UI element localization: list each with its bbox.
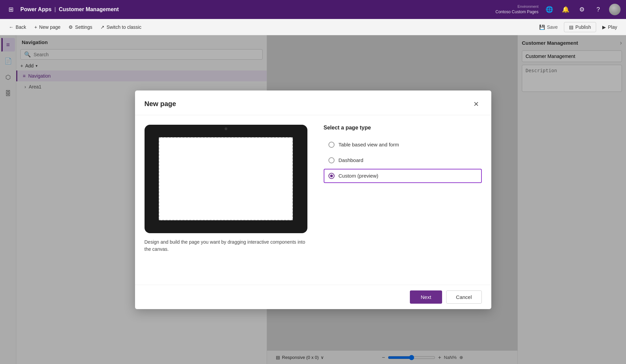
tablet-preview	[145, 125, 307, 233]
settings-icon-button[interactable]: ⚙	[576, 4, 587, 15]
help-icon-button[interactable]: ?	[593, 4, 604, 15]
app-separator: |	[54, 6, 56, 12]
play-button[interactable]: ▶ Play	[599, 22, 621, 32]
new-page-modal: New page ✕ Design and build the page you…	[135, 90, 491, 309]
radio-option-table[interactable]: Table based view and form	[324, 138, 482, 152]
grid-icon: ⊞	[8, 6, 14, 13]
switch-label: Switch to classic	[107, 24, 141, 30]
settings-button[interactable]: ⚙ Settings	[65, 22, 96, 32]
environment-info: Environment Contoso Custom Pages	[495, 4, 538, 15]
new-page-label: New page	[39, 24, 60, 30]
modal-body: Design and build the page you want by dr…	[135, 115, 491, 285]
radio-dot-custom	[330, 175, 333, 177]
help-icon: ?	[596, 6, 600, 13]
back-icon: ←	[9, 24, 14, 30]
save-button[interactable]: 💾 Save	[536, 22, 561, 32]
app-title: Power Apps | Customer Management	[20, 6, 119, 13]
radio-label-custom: Custom (preview)	[339, 173, 379, 179]
radio-circle-dashboard	[328, 157, 335, 163]
radio-circle-custom	[328, 173, 335, 179]
radio-label-table: Table based view and form	[339, 142, 399, 147]
radio-option-custom[interactable]: Custom (preview)	[324, 169, 482, 183]
app-name-label: Customer Management	[59, 6, 119, 12]
environment-label: Environment	[495, 4, 538, 9]
publish-label: Publish	[575, 24, 591, 30]
avatar-image	[609, 4, 621, 15]
back-label: Back	[16, 24, 26, 30]
grid-icon-button[interactable]: ⊞	[5, 4, 16, 15]
publish-button[interactable]: ▤ Publish	[564, 22, 596, 32]
second-bar-right: 💾 Save ▤ Publish ▶ Play	[536, 22, 621, 32]
tablet-camera	[225, 127, 227, 130]
close-icon: ✕	[473, 100, 479, 108]
modal-options: Select a page type Table based view and …	[324, 125, 482, 275]
second-bar: ← Back + New page ⚙ Settings ↗ Switch to…	[0, 19, 626, 35]
top-bar-left: ⊞ Power Apps | Customer Management	[5, 4, 119, 15]
play-icon: ▶	[602, 24, 606, 30]
save-label: Save	[547, 24, 558, 30]
second-bar-left: ← Back + New page ⚙ Settings ↗ Switch to…	[5, 22, 145, 32]
bell-icon-button[interactable]: 🔔	[560, 4, 571, 15]
next-button[interactable]: Next	[410, 290, 442, 304]
select-page-type-label: Select a page type	[324, 125, 482, 131]
main-area: ≡ 📄 ⬡ 🗄 Navigation 🔍 + Add ▾ ≡ Navigatio…	[0, 35, 626, 364]
switch-classic-button[interactable]: ↗ Switch to classic	[97, 22, 145, 32]
modal-footer: Next Cancel	[135, 285, 491, 309]
avatar[interactable]	[609, 4, 621, 15]
tablet-screen	[159, 137, 292, 220]
modal-preview: Design and build the page you want by dr…	[145, 125, 307, 275]
cancel-button[interactable]: Cancel	[446, 290, 482, 304]
back-button[interactable]: ← Back	[5, 22, 30, 32]
modal-overlay: New page ✕ Design and build the page you…	[0, 35, 626, 364]
globe-icon-button[interactable]: 🌐	[544, 4, 555, 15]
save-icon: 💾	[539, 24, 545, 30]
play-label: Play	[608, 24, 617, 30]
modal-title: New page	[145, 100, 176, 108]
top-bar: ⊞ Power Apps | Customer Management Envir…	[0, 0, 626, 19]
bell-icon: 🔔	[562, 6, 569, 13]
radio-circle-table	[328, 142, 335, 148]
gear-icon: ⚙	[579, 6, 585, 13]
globe-icon: 🌐	[546, 6, 553, 13]
modal-header: New page ✕	[135, 90, 491, 115]
new-page-button[interactable]: + New page	[31, 22, 64, 32]
preview-description: Design and build the page you want by dr…	[145, 239, 307, 253]
plus-icon: +	[34, 24, 37, 30]
modal-close-button[interactable]: ✕	[471, 99, 482, 109]
settings-label: Settings	[75, 24, 92, 30]
publish-icon: ▤	[569, 24, 573, 30]
radio-label-dashboard: Dashboard	[339, 157, 363, 163]
switch-icon: ↗	[100, 24, 105, 30]
top-bar-right: Environment Contoso Custom Pages 🌐 🔔 ⚙ ?	[495, 4, 621, 15]
power-apps-label: Power Apps	[20, 6, 52, 12]
environment-name: Contoso Custom Pages	[495, 9, 538, 15]
settings-icon: ⚙	[69, 24, 73, 30]
radio-option-dashboard[interactable]: Dashboard	[324, 153, 482, 167]
